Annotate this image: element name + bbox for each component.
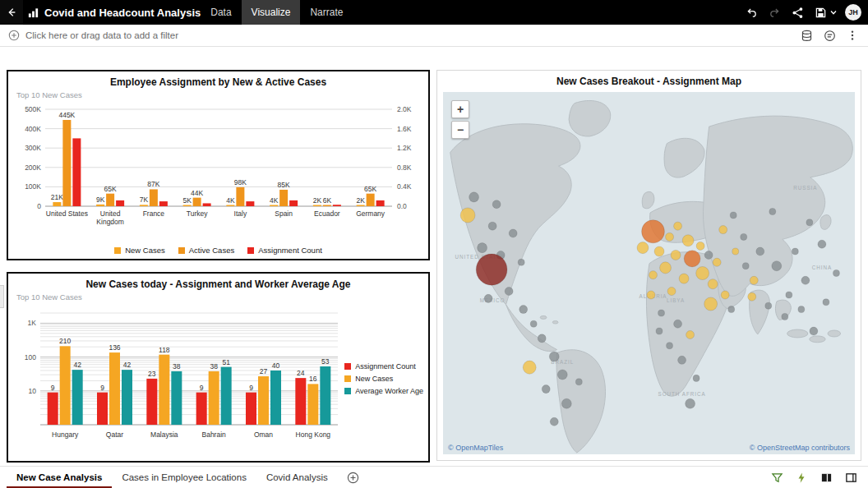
map-bubble[interactable]	[654, 246, 664, 256]
world-map[interactable]: RUSSIACHINAUNITED STATESMEXICOBRAZILSOUT…	[443, 92, 855, 454]
map-attribution-left[interactable]: © OpenMapTiles	[448, 444, 503, 452]
map-bubble[interactable]	[704, 297, 718, 311]
map-bubble[interactable]	[708, 279, 718, 289]
map-bubble[interactable]	[682, 235, 694, 246]
bar[interactable]	[60, 346, 71, 425]
bar[interactable]	[53, 202, 61, 206]
map-bubble[interactable]	[667, 288, 676, 296]
map-bubble[interactable]	[538, 334, 546, 343]
map-bubble[interactable]	[492, 200, 501, 209]
map-bubble[interactable]	[721, 291, 729, 299]
map-bubble[interactable]	[684, 251, 700, 267]
filter-prompt[interactable]: Click here or drag data to add a filter	[25, 30, 178, 40]
map-bubble[interactable]	[666, 232, 674, 241]
map-bubble[interactable]	[460, 208, 475, 223]
add-filter-icon[interactable]	[8, 30, 20, 41]
bar[interactable]	[62, 120, 71, 206]
bar[interactable]	[270, 371, 281, 425]
map-bubble[interactable]	[549, 352, 559, 361]
undo-icon[interactable]	[741, 2, 761, 22]
map-bubble[interactable]	[478, 243, 487, 253]
map-bubble[interactable]	[806, 219, 813, 226]
legend-item[interactable]: Assignment Count	[344, 362, 423, 371]
map-bubble[interactable]	[509, 229, 517, 237]
map-bubble[interactable]	[476, 254, 507, 285]
map-bubble[interactable]	[678, 356, 686, 364]
map-bubble[interactable]	[696, 242, 704, 250]
map-bubble[interactable]	[810, 327, 818, 335]
bar[interactable]	[279, 190, 288, 206]
bar[interactable]	[246, 393, 256, 425]
share-icon[interactable]	[787, 2, 807, 22]
bar[interactable]	[209, 371, 219, 425]
bar[interactable]	[159, 355, 169, 425]
bar[interactable]	[226, 205, 234, 207]
canvas-tab-new-case-analysis[interactable]: New Case Analysis	[7, 467, 112, 488]
map-bubble[interactable]	[818, 240, 826, 248]
bar[interactable]	[146, 379, 157, 425]
map-bubble[interactable]	[833, 269, 839, 276]
bar[interactable]	[357, 205, 365, 207]
save-menu[interactable]	[810, 2, 837, 22]
filter-data-icon[interactable]	[769, 470, 784, 485]
map-bubble[interactable]	[686, 330, 695, 338]
bar[interactable]	[109, 352, 120, 425]
map-bubble[interactable]	[730, 212, 736, 219]
bar[interactable]	[97, 393, 108, 425]
chart-new-cases-today[interactable]: New Cases today - Assignment and Worker …	[7, 272, 430, 463]
map-bubble[interactable]	[742, 263, 749, 269]
bar[interactable]	[246, 201, 254, 206]
bar[interactable]	[221, 367, 232, 425]
map-bubble[interactable]	[696, 266, 709, 279]
map-bubble[interactable]	[530, 320, 537, 327]
map-bubble[interactable]	[505, 288, 513, 296]
bar[interactable]	[140, 205, 148, 206]
map-bubble[interactable]	[704, 251, 713, 259]
map-canvas[interactable]: RUSSIACHINAUNITED STATESMEXICOBRAZILSOUT…	[443, 92, 855, 454]
bar[interactable]	[116, 200, 124, 206]
tab-narrate[interactable]: Narrate	[300, 0, 353, 25]
bar[interactable]	[307, 384, 318, 425]
map-attribution-right[interactable]: © OpenStreetMap contributors	[750, 444, 850, 452]
data-panel-handle[interactable]	[0, 285, 4, 308]
map-bubble[interactable]	[488, 222, 496, 230]
save-icon[interactable]	[810, 2, 830, 22]
map-bubble[interactable]	[765, 302, 772, 309]
chart-employee-assignment[interactable]: Employee Assignment by New & Active Case…	[7, 70, 430, 260]
bar[interactable]	[159, 201, 168, 206]
map-bubble[interactable]	[772, 261, 782, 271]
bar[interactable]	[171, 371, 182, 425]
map-bubble[interactable]	[741, 233, 747, 240]
map-bubble[interactable]	[561, 398, 571, 408]
map-bubble[interactable]	[801, 276, 810, 284]
bar[interactable]	[72, 370, 83, 425]
zoom-out-button[interactable]: −	[451, 121, 469, 139]
canvas-layout-icon[interactable]	[819, 470, 833, 485]
user-avatar[interactable]: JH	[845, 4, 861, 21]
map-bubble[interactable]	[542, 385, 550, 394]
map-bubble[interactable]	[792, 248, 798, 255]
map-bubble[interactable]	[728, 306, 735, 313]
canvas-tab-cases-in-employee-locations[interactable]: Cases in Employee Locations	[112, 467, 256, 488]
bar[interactable]	[313, 205, 321, 207]
bar[interactable]	[333, 205, 341, 206]
bar[interactable]	[122, 370, 132, 425]
map-bubble[interactable]	[674, 320, 682, 328]
bar[interactable]	[270, 205, 278, 207]
data-diagram-icon[interactable]	[799, 28, 814, 43]
bar[interactable]	[106, 194, 114, 206]
map-visualization[interactable]: New Cases Breakout - Assignment Map	[436, 70, 861, 461]
bar[interactable]	[96, 205, 104, 206]
bar[interactable]	[48, 393, 58, 425]
map-bubble[interactable]	[550, 417, 558, 426]
map-bubble[interactable]	[674, 222, 682, 230]
redo-icon[interactable]	[764, 2, 784, 22]
canvas-tab-covid-analysis[interactable]: Covid Analysis	[256, 467, 338, 488]
bar[interactable]	[236, 187, 244, 206]
map-bubble[interactable]	[769, 209, 776, 215]
map-bubble[interactable]	[693, 375, 699, 381]
bar-chart-canvas[interactable]: 00.0100K0.4K200K0.8K300K1.2K400K1.6K500K…	[11, 99, 426, 227]
legend-item[interactable]: Active Cases	[178, 246, 234, 255]
map-bubble[interactable]	[649, 271, 658, 279]
legend-item[interactable]: New Cases	[344, 375, 423, 383]
